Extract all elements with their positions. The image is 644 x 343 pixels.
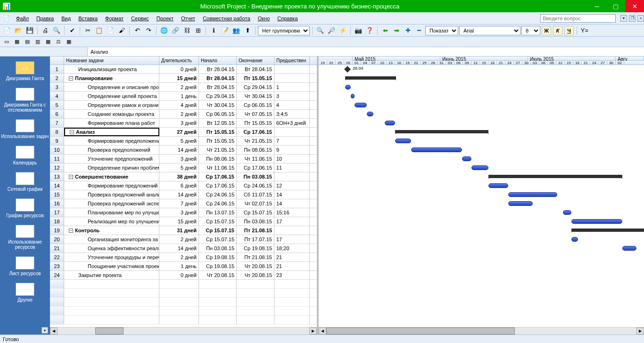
menu-Правка[interactable]: Правка (33, 14, 58, 23)
view2-icon[interactable]: ▦ (12, 38, 22, 46)
menu-Проект[interactable]: Проект (153, 14, 177, 23)
view3-icon[interactable]: ▤ (23, 38, 32, 46)
font-size-combo[interactable]: 8 (521, 26, 540, 35)
col-end[interactable]: Окончание (237, 57, 274, 65)
new-icon[interactable]: 📄 (2, 25, 12, 36)
help-dropdown-button[interactable]: ▾ (620, 15, 627, 22)
sidebar-item[interactable]: ▭Другие (0, 281, 50, 307)
copy-icon[interactable]: 📋 (94, 25, 104, 36)
italic-button[interactable]: К (553, 26, 562, 35)
col-start[interactable]: Начало (199, 57, 237, 65)
sidebar-item[interactable]: ▭Календарь (0, 144, 50, 170)
table-row[interactable]: 9Формирование предположений5 днейПт 15.0… (50, 137, 317, 146)
show-subtasks-icon[interactable]: ✚ (403, 25, 413, 36)
sidebar-more-button[interactable]: ▾ (41, 327, 48, 334)
sidebar-item[interactable]: ▭Диаграмма Ганта с отслеживанием (0, 86, 50, 117)
copy-picture-icon[interactable]: 📷 (353, 25, 363, 36)
outdent-icon[interactable]: ⬅ (380, 25, 390, 36)
table-row[interactable]: 15Проверка предложений аналит14 днейСр 2… (50, 190, 317, 199)
menu-Сервис[interactable]: Сервис (127, 14, 153, 23)
publish-icon[interactable]: ⬆ (242, 25, 253, 36)
view6-icon[interactable]: ⚖ (54, 38, 63, 46)
bold-button[interactable]: Ж (542, 26, 551, 35)
menu-Совместная работа[interactable]: Совместная работа (199, 14, 254, 23)
print-icon[interactable]: 🖨 (40, 25, 50, 36)
table-row[interactable]: 12Определение причин проблемь5 днейЧт 11… (50, 163, 317, 172)
zoom-out-icon[interactable]: 🔎 (326, 25, 337, 36)
print-preview-icon[interactable]: 🔍 (51, 25, 62, 36)
maximize-button[interactable]: ▢ (606, 0, 625, 12)
help-icon[interactable]: ❓ (364, 25, 375, 36)
open-icon[interactable]: 📂 (13, 25, 24, 36)
table-row[interactable]: 5Определение рамок и ограниче4 днейЧт 30… (50, 101, 317, 110)
table-row[interactable]: 16Проверка предложений экспер7 днейСр 24… (50, 199, 317, 208)
spellcheck-icon[interactable]: ✔ (67, 25, 77, 36)
table-row[interactable]: 10Проверка предположений14 днейЧт 21.05.… (50, 146, 317, 155)
table-row[interactable]: 6Создание команды проекта2 днейСр 06.05.… (50, 110, 317, 119)
col-name[interactable]: Название задачи (64, 57, 159, 65)
table-row[interactable]: 17Планирование мер по улучшен3 днейПн 13… (50, 208, 317, 217)
paste-icon[interactable]: 📄 (105, 25, 116, 36)
indent-icon[interactable]: ➡ (391, 25, 402, 36)
menu-Окно[interactable]: Окно (254, 14, 274, 23)
formula-input[interactable]: Анализ (88, 49, 644, 55)
table-row[interactable]: 18Реализация мер по улучшению15 днейСр 1… (50, 217, 317, 226)
sidebar-item[interactable]: ▭Сетевой график (0, 170, 50, 196)
table-row[interactable]: 20Организация мониторинга за р2 днейСр 1… (50, 235, 317, 244)
view1-icon[interactable]: ▭ (2, 38, 11, 46)
table-row[interactable]: 1Инициализация проекта0 днейВт 28.04.15В… (50, 65, 317, 74)
table-row[interactable]: 13−Совершенствование38 днейСр 17.06.15Пн… (50, 172, 317, 181)
table-row[interactable]: 7Формирование плана работ3 днейВт 12.05.… (50, 119, 317, 128)
link-icon[interactable]: 🔗 (170, 25, 181, 36)
col-pred[interactable]: Предшествен (274, 57, 310, 65)
menu-Вид[interactable]: Вид (58, 14, 74, 23)
notes-icon[interactable]: 📝 (220, 25, 230, 36)
sidebar-item[interactable]: ▭График ресурсов (0, 196, 50, 223)
project-icon[interactable]: 📄 (2, 14, 11, 23)
font-combo[interactable]: Arial (459, 26, 520, 35)
table-row[interactable]: 14Формирование предложений п6 днейСр 17.… (50, 181, 317, 190)
close-button[interactable]: ✕ (625, 0, 644, 12)
minimize-button[interactable]: ─ (587, 0, 606, 12)
close-doc-button[interactable]: × (637, 15, 644, 22)
table-row[interactable]: 2−Планирование15 днейВт 28.04.15Пт 15.05… (50, 74, 317, 83)
menu-Вставка[interactable]: Вставка (74, 14, 101, 23)
underline-button[interactable]: Ч (564, 26, 574, 35)
assign-icon[interactable]: 👥 (231, 25, 241, 36)
table-row[interactable]: 4Определение целей проекта1 деньСр 29.04… (50, 92, 317, 101)
split-icon[interactable]: ⊞ (193, 25, 203, 36)
sidebar-item[interactable]: ▭Лист ресурсов (0, 254, 50, 281)
hyperlink-icon[interactable]: 🌐 (159, 25, 169, 36)
view5-icon[interactable]: ▦ (43, 38, 53, 46)
table-row[interactable]: 19−Контроль31 днейСр 15.07.15Пт 21.08.15 (50, 226, 317, 235)
table-row[interactable]: 23Поощрение участников проект1 деньСр 19… (50, 262, 317, 271)
grid-hscroll[interactable]: ◀ ▶ (50, 327, 317, 335)
zoom-in-icon[interactable]: 🔍 (315, 25, 325, 36)
col-duration[interactable]: Длительность (159, 57, 199, 65)
restore-window-button[interactable]: ❐ (629, 15, 636, 22)
unlink-icon[interactable]: ⛓ (182, 25, 192, 36)
grouping-combo[interactable]: Нет группировки (258, 26, 310, 35)
sidebar-item[interactable]: ▭Диаграмма Ганта (0, 59, 50, 86)
help-search-input[interactable] (540, 14, 616, 23)
goto-task-icon[interactable]: ⚡ (338, 25, 348, 36)
redo-icon[interactable]: ↷ (143, 25, 154, 36)
menu-Файл[interactable]: Файл (12, 14, 33, 23)
table-row[interactable]: 3Определение и описание пробл2 днейВт 28… (50, 83, 317, 92)
cut-icon[interactable]: ✂ (83, 25, 93, 36)
table-row[interactable]: 11Уточнение предположений3 днейПн 08.06.… (50, 155, 317, 163)
show-combo[interactable]: Показать (425, 26, 458, 35)
info-icon[interactable]: ℹ (208, 25, 219, 36)
save-icon[interactable]: 💾 (25, 25, 35, 36)
table-row[interactable]: 21Оценка эффективности реализ14 днейПн 0… (50, 244, 317, 253)
gantt-hscroll[interactable]: ◀ ▶ (319, 327, 644, 335)
view7-icon[interactable]: ▦ (64, 38, 74, 46)
menu-Формат[interactable]: Формат (101, 14, 127, 23)
view4-icon[interactable]: ▥ (33, 38, 42, 46)
hide-subtasks-icon[interactable]: ━ (414, 25, 424, 36)
table-row[interactable]: 24Закрытие проекта0 днейЧт 20.08.15Чт 20… (50, 271, 317, 280)
menu-Отчет[interactable]: Отчет (177, 14, 199, 23)
undo-icon[interactable]: ↶ (132, 25, 142, 36)
table-row[interactable]: 22Уточнение процедуры и переч2 днейСр 19… (50, 253, 317, 262)
menu-Справка[interactable]: Справка (273, 14, 301, 23)
